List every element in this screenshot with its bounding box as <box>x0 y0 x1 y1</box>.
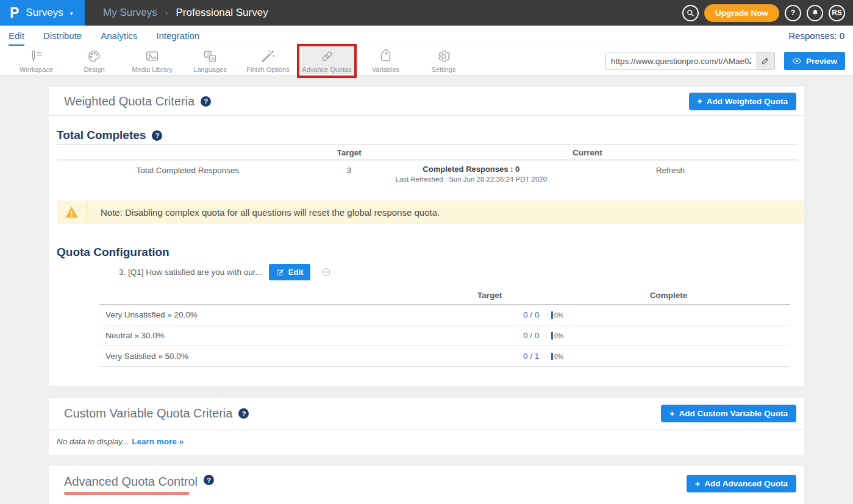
tab-distribute[interactable]: Distribute <box>43 26 82 46</box>
refresh-link[interactable]: Refresh <box>656 166 685 175</box>
banner-divider <box>87 201 87 224</box>
toolbar-item-workspace[interactable]: Workspace <box>7 49 65 73</box>
quota-target-value[interactable]: 0 / 0 <box>523 325 539 346</box>
note-text: Note: Disabling complex quota for all qu… <box>101 207 440 218</box>
toolbar-item-languages[interactable]: 文 A Languages <box>181 49 239 73</box>
weighted-quota-title: Weighted Quota Criteria <box>64 94 195 108</box>
quota-progress: 0% <box>551 346 563 367</box>
custom-variable-help-icon[interactable]: ? <box>238 408 249 419</box>
quota-row: Neutral » 30.0% 0 / 0 0% <box>99 325 790 346</box>
quota-table-header: Target Complete <box>99 286 790 305</box>
bell-icon <box>811 9 819 17</box>
total-completes-heading: Total Completes ? <box>49 116 804 144</box>
learn-more-link[interactable]: Learn more » <box>132 437 184 446</box>
add-weighted-quota-button[interactable]: + Add Weighted Quota <box>689 93 796 110</box>
workspace-icon <box>29 49 44 64</box>
toolbar-right: Preview <box>605 52 845 70</box>
add-custom-variable-quota-button[interactable]: + Add Custom Variable Quota <box>661 405 796 422</box>
red-underline-annotation <box>64 492 190 495</box>
circle-x-icon <box>321 267 332 277</box>
questionpro-logo: P <box>10 6 19 20</box>
toolbar-item-media-library[interactable]: Media Library <box>123 49 181 73</box>
search-button[interactable] <box>682 5 699 21</box>
survey-url-input[interactable] <box>606 52 756 69</box>
progress-bar <box>551 311 553 319</box>
quota-row-label: Very Unsatisfied » 20.0% <box>105 305 198 325</box>
edit-quota-button[interactable]: Edit <box>269 264 311 280</box>
quota-target-value[interactable]: 0 / 1 <box>523 346 539 367</box>
toolbar-item-variables[interactable]: Variables <box>357 49 415 73</box>
completed-responses-count: Completed Responses : 0 <box>396 165 548 174</box>
progress-bar <box>551 332 553 339</box>
help-button[interactable]: ? <box>785 5 801 21</box>
breadcrumb-current-survey: Professional Survey <box>176 7 268 19</box>
column-header-target: Target <box>477 291 502 300</box>
toolbar-item-design[interactable]: Design <box>65 49 123 73</box>
pencil-icon <box>761 57 769 65</box>
quota-configuration-heading: Quota Configuration <box>49 224 804 259</box>
plus-icon: + <box>695 479 700 489</box>
total-completes-header-row: Target Current <box>57 144 797 160</box>
quota-target-value[interactable]: 0 / 0 <box>523 305 539 325</box>
upgrade-now-button[interactable]: Upgrade Now <box>704 4 779 22</box>
custom-variable-quota-title: Custom Variable Quota Criteria <box>64 406 232 421</box>
tab-analytics[interactable]: Analytics <box>101 26 137 46</box>
no-data-text: No data to display... <box>57 437 129 446</box>
product-label: Surveys <box>26 7 63 19</box>
survey-url-box <box>605 52 775 70</box>
quota-table: Target Complete Very Unsatisfied » 20.0%… <box>99 286 790 367</box>
toolbar-item-advance-quotas[interactable]: Advance Quotas <box>297 44 357 78</box>
question-label: 3. [Q1] How satisfied are you with our..… <box>119 268 262 277</box>
plus-icon: + <box>698 96 702 106</box>
advanced-quota-header: Advanced Quota Control ? + Add Advanced … <box>49 466 804 504</box>
column-header-target: Target <box>337 148 361 157</box>
quota-progress: 0% <box>551 325 563 346</box>
edit-icon <box>276 268 284 276</box>
tab-edit[interactable]: Edit <box>9 26 24 46</box>
variables-tag-icon <box>378 49 393 64</box>
tab-integration[interactable]: Integration <box>156 26 199 46</box>
weighted-quota-card: Weighted Quota Criteria ? + Add Weighted… <box>49 87 804 386</box>
preview-button[interactable]: Preview <box>784 52 845 70</box>
quota-row-label: Very Satisfied » 50.0% <box>105 346 188 367</box>
advanced-quota-title: Advanced Quota Control <box>64 475 198 489</box>
add-advanced-quota-button[interactable]: + Add Advanced Quota <box>687 475 796 492</box>
plus-icon: + <box>669 409 674 419</box>
custom-variable-quota-header: Custom Variable Quota Criteria ? + Add C… <box>49 398 804 430</box>
breadcrumb-separator-icon: › <box>165 8 168 18</box>
weighted-quota-header: Weighted Quota Criteria ? + Add Weighted… <box>49 87 804 116</box>
finish-options-wand-icon <box>260 49 276 64</box>
main-content: Weighted Quota Criteria ? + Add Weighted… <box>0 76 853 504</box>
remove-quota-icon[interactable] <box>321 267 332 277</box>
topbar-actions: Upgrade Now ? RS <box>682 4 853 22</box>
quota-progress: 0% <box>551 305 563 325</box>
languages-icon: 文 A <box>202 49 218 64</box>
advanced-quota-card: Advanced Quota Control ? + Add Advanced … <box>49 466 804 504</box>
total-completes-table: Target Current Total Completed Responses… <box>57 144 797 199</box>
nav-tabs: Edit Distribute Analytics Integration <box>9 26 199 46</box>
toolbar-item-finish-options[interactable]: Finish Options <box>239 49 297 73</box>
edit-url-button[interactable] <box>756 57 774 65</box>
settings-gear-icon <box>436 49 451 64</box>
notifications-button[interactable] <box>807 5 823 21</box>
survey-nav: Edit Distribute Analytics Integration Re… <box>0 26 853 46</box>
column-header-current: Current <box>573 148 602 157</box>
empty-state-row: No data to display... Learn more » <box>49 430 804 455</box>
quota-row: Very Unsatisfied » 20.0% 0 / 0 0% <box>99 305 790 325</box>
advanced-quota-help-icon[interactable]: ? <box>204 475 214 485</box>
total-completes-row: Total Completed Responses 3 Completed Re… <box>57 160 797 199</box>
warning-icon-box <box>57 205 87 220</box>
breadcrumb-my-surveys[interactable]: My Surveys <box>103 7 157 19</box>
weighted-quota-help-icon[interactable]: ? <box>201 96 211 107</box>
toolbar-item-settings[interactable]: Settings <box>415 49 473 73</box>
last-refreshed-timestamp: Last Refreshed : Sun Jun 28 22:36:24 PDT… <box>396 176 548 183</box>
total-completed-responses-label: Total Completed Responses <box>136 166 239 175</box>
avatar[interactable]: RS <box>829 5 845 21</box>
surveys-product-menu[interactable]: P Surveys ▾ <box>0 0 85 26</box>
total-completes-help-icon[interactable]: ? <box>152 130 162 141</box>
progress-percent: 0% <box>554 311 563 319</box>
note-banner: Note: Disabling complex quota for all qu… <box>57 201 804 224</box>
target-value: 3 <box>347 166 352 175</box>
question-mark-icon: ? <box>791 9 795 17</box>
edit-toolbar: Workspace Design Media Library 文 A Langu… <box>0 46 853 76</box>
